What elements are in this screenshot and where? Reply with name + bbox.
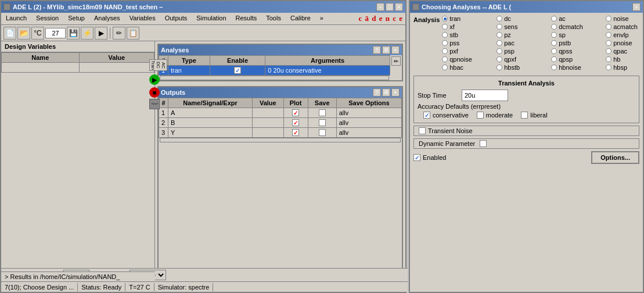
radio-dcmatch[interactable]: dcmatch — [551, 23, 603, 30]
save-button[interactable]: 💾 — [67, 27, 80, 40]
radio-envlp[interactable]: envlp — [606, 31, 644, 38]
transient-analysis-section: Transient Analysis Stop Time 20u Accurac… — [413, 76, 639, 123]
accuracy-checkboxes: ✓ conservative moderate liberal — [423, 112, 635, 119]
transient-noise-button[interactable]: Transient Noise — [413, 126, 639, 136]
radio-hbac[interactable]: hbac — [442, 64, 494, 71]
analyses-hscroll[interactable] — [160, 76, 389, 80]
radio-hbnoise[interactable]: hbnoise — [551, 64, 603, 71]
radio-hbsp[interactable]: hbsp — [606, 64, 644, 71]
radio-pss[interactable]: pss — [442, 40, 494, 47]
outputs-help-btn[interactable]: ? — [373, 88, 381, 97]
row-enable[interactable]: ✓ — [210, 66, 265, 76]
out-col-save-options: Save Options — [336, 98, 401, 108]
menu-tools[interactable]: Tools — [264, 14, 283, 23]
radio-pstb[interactable]: pstb — [551, 40, 603, 47]
table-row[interactable]: 1 A ✓ allv — [159, 108, 402, 118]
ade-title-bar: ADE L (2) - MYlib_simc18m09 NAND_test sc… — [1, 1, 405, 13]
moderate-checkbox[interactable]: moderate — [477, 112, 513, 119]
outputs-close-btn[interactable]: × — [391, 88, 400, 97]
enabled-row: ✓ Enabled Options... — [413, 151, 639, 164]
temp-input[interactable]: 27 — [45, 28, 66, 38]
analyses-edit-btn[interactable]: ✏ — [391, 56, 401, 66]
out-col-value: Value — [253, 98, 283, 108]
outputs-hscroll[interactable] — [160, 138, 401, 142]
menu-outputs[interactable]: Outputs — [163, 14, 190, 23]
radio-hbstb[interactable]: hbstb — [497, 64, 549, 71]
run-green-button[interactable]: ▶ — [149, 74, 160, 85]
analyses-help-btn[interactable]: ? — [373, 46, 381, 54]
maximize-button[interactable]: □ — [386, 3, 394, 11]
menu-results[interactable]: Results — [233, 14, 260, 23]
row-type: tran — [168, 66, 210, 76]
run-button[interactable]: ▶ — [95, 27, 107, 40]
radio-qpac[interactable]: qpac — [606, 48, 644, 55]
radio-ac[interactable]: ac — [551, 15, 603, 22]
menu-variables[interactable]: Variables — [127, 14, 158, 23]
table-row[interactable]: 3 Y ✓ allv — [159, 128, 402, 138]
radio-psp[interactable]: psp — [497, 48, 549, 55]
minimize-button[interactable]: – — [376, 3, 384, 11]
new-button[interactable]: 📄 — [3, 27, 16, 40]
radio-qpss[interactable]: qpss — [551, 48, 603, 55]
table-row[interactable]: 1 tran ✓ 0 20u conservative — [159, 66, 390, 76]
enabled-checkbox-item[interactable]: ✓ Enabled — [413, 154, 446, 161]
radio-stb[interactable]: stb — [442, 31, 494, 38]
analyses-close-btn[interactable]: × — [391, 46, 400, 54]
edit-button[interactable]: ✏ — [113, 27, 125, 40]
netlist-button[interactable]: ⚡ — [81, 27, 93, 40]
right-panels: Analyses ? ⚙ × # Type — [155, 41, 405, 288]
menu-more[interactable]: » — [318, 14, 326, 23]
main-content: Design Variables Name Value ACDCTran — [1, 41, 405, 288]
transient-noise-checkbox[interactable] — [419, 127, 426, 134]
enabled-checkbox[interactable]: ✓ — [413, 154, 420, 161]
analyses-content: # Type Enable Arguments 1 tran — [159, 55, 402, 80]
radio-sp[interactable]: sp — [551, 31, 603, 38]
moderate-label: moderate — [486, 112, 513, 119]
menu-analyses[interactable]: Analyses — [92, 14, 123, 23]
radio-dc[interactable]: dc — [497, 15, 549, 22]
enabled-label: Enabled — [423, 154, 446, 161]
radio-qpsp[interactable]: qpsp — [551, 56, 603, 63]
stop-red-button[interactable]: ■ — [149, 87, 160, 98]
outputs-settings-btn[interactable]: ⚙ — [382, 88, 390, 97]
ade-title: ADE L (2) - MYlib_simc18m09 NAND_test sc… — [13, 3, 163, 10]
dialog-icon — [412, 3, 419, 10]
menu-simulation[interactable]: Simulation — [194, 14, 228, 23]
radio-qpxf[interactable]: qpxf — [497, 56, 549, 63]
menu-launch[interactable]: Launch — [3, 14, 29, 23]
menu-session[interactable]: Session — [34, 14, 61, 23]
radio-pxf[interactable]: pxf — [442, 48, 494, 55]
radio-hb[interactable]: hb — [606, 56, 644, 63]
radio-pnoise[interactable]: pnoise — [606, 40, 644, 47]
table-row[interactable]: 2 B ✓ allv — [159, 118, 402, 128]
radio-noise[interactable]: noise — [606, 15, 644, 22]
accuracy-row: Accuracy Defaults (errpreset) — [418, 103, 635, 110]
col-type: Type — [168, 56, 210, 66]
dynamic-param-button[interactable]: Dynamic Parameter — [413, 138, 639, 149]
liberal-checkbox[interactable]: liberal — [521, 112, 547, 119]
radio-tran[interactable]: tran — [442, 15, 494, 22]
radio-xf[interactable]: xf — [442, 23, 494, 30]
menu-setup[interactable]: Setup — [66, 14, 87, 23]
radio-qpnoise[interactable]: qpnoise — [442, 56, 494, 63]
col-enable: Enable — [210, 56, 265, 66]
status-bar: 7(10); Choose Design ... Status: Ready T… — [1, 281, 408, 292]
dialog-close-btn[interactable]: × — [632, 3, 641, 11]
out-col-name: Name/Signal/Expr — [168, 98, 253, 108]
analyses-settings-btn[interactable]: ⚙ — [382, 46, 390, 54]
stop-time-input[interactable]: 20u — [462, 90, 508, 101]
open-button[interactable]: 📂 — [17, 27, 30, 40]
wave-button[interactable]: 〰 — [149, 99, 160, 109]
radio-sens[interactable]: sens — [497, 23, 549, 30]
radio-acmatch[interactable]: acmatch — [606, 23, 644, 30]
dynamic-param-checkbox[interactable] — [480, 140, 487, 147]
options-button[interactable]: Options... — [591, 151, 639, 164]
conservative-checkbox[interactable]: ✓ conservative — [423, 112, 469, 119]
close-button[interactable]: × — [395, 3, 403, 11]
analyses-table: # Type Enable Arguments 1 tran — [159, 55, 390, 76]
radio-pz[interactable]: pz — [497, 31, 549, 38]
outputs-button[interactable]: 📋 — [127, 27, 139, 40]
menu-calibre[interactable]: Calibre — [288, 14, 313, 23]
analyses-sub-title: Analyses ? ⚙ × — [159, 45, 402, 55]
radio-pac[interactable]: pac — [497, 40, 549, 47]
